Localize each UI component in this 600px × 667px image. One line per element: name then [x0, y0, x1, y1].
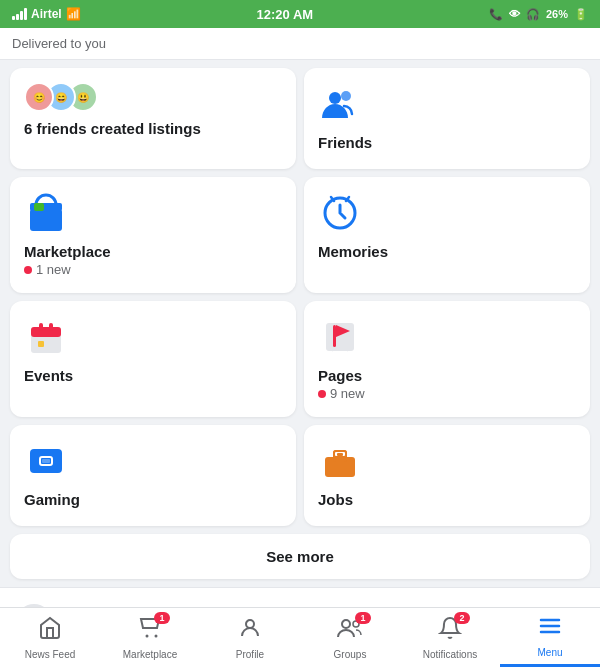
- nav-item-news-feed[interactable]: News Feed: [0, 608, 100, 667]
- grid-item-marketplace[interactable]: Marketplace 1 new: [10, 177, 296, 293]
- marketplace-badge-text: 1 new: [36, 262, 71, 277]
- svg-rect-10: [38, 341, 44, 347]
- friends-title: Friends: [318, 134, 576, 151]
- grid-item-pages[interactable]: Pages 9 new: [304, 301, 590, 417]
- events-icon: [24, 315, 68, 359]
- svg-rect-16: [42, 459, 50, 463]
- groups-nav-badge: 1: [355, 612, 371, 624]
- bottom-nav: News Feed 1 Marketplace Profile: [0, 607, 600, 667]
- svg-rect-9: [49, 323, 53, 331]
- delivered-text: Delivered to you: [12, 36, 106, 51]
- nav-item-marketplace[interactable]: 1 Marketplace: [100, 608, 200, 667]
- profile-nav-label: Profile: [236, 649, 264, 660]
- news-feed-icon: [38, 616, 62, 646]
- news-feed-label: News Feed: [25, 649, 76, 660]
- nav-item-profile[interactable]: Profile: [200, 608, 300, 667]
- svg-point-24: [146, 634, 149, 637]
- notifications-nav-label: Notifications: [423, 649, 477, 660]
- grid-item-memories[interactable]: Memories: [304, 177, 590, 293]
- marketplace-icon: [24, 191, 68, 235]
- friends-listings-title: 6 friends created listings: [24, 120, 282, 137]
- marketplace-badge-dot: [24, 266, 32, 274]
- avatar-1: 😊: [24, 82, 54, 112]
- eye-icon: 👁: [509, 8, 520, 20]
- memories-title: Memories: [318, 243, 576, 260]
- gaming-title: Gaming: [24, 491, 282, 508]
- svg-rect-4: [34, 203, 44, 211]
- svg-rect-20: [337, 453, 343, 456]
- grid-item-jobs[interactable]: Jobs: [304, 425, 590, 526]
- status-bar: Airtel 📶 12:20 AM 📞 👁 🎧 26% 🔋: [0, 0, 600, 28]
- see-more-button[interactable]: See more: [10, 534, 590, 579]
- help-support-item[interactable]: ? Help & Support ⌄: [0, 587, 600, 607]
- notifications-nav-icon: 2: [438, 616, 462, 646]
- call-icon: 📞: [489, 8, 503, 21]
- svg-point-0: [329, 92, 341, 104]
- nav-item-menu[interactable]: Menu: [500, 608, 600, 667]
- svg-rect-12: [333, 325, 336, 347]
- pages-badge: 9 new: [318, 386, 576, 401]
- menu-nav-label: Menu: [537, 647, 562, 658]
- groups-nav-icon: 1: [337, 616, 363, 646]
- svg-point-1: [341, 91, 351, 101]
- marketplace-nav-badge: 1: [154, 612, 170, 624]
- pages-icon: [318, 315, 362, 359]
- carrier-label: Airtel: [31, 7, 62, 21]
- wifi-icon: 📶: [66, 7, 81, 21]
- gaming-icon: [24, 439, 68, 483]
- svg-rect-2: [30, 209, 62, 231]
- svg-point-25: [155, 634, 158, 637]
- svg-point-26: [246, 620, 254, 628]
- grid-item-friends-listings[interactable]: 😊 😄 😃 6 friends created listings: [10, 68, 296, 169]
- pages-badge-dot: [318, 390, 326, 398]
- marketplace-nav-label: Marketplace: [123, 649, 177, 660]
- friends-icon: [318, 82, 362, 126]
- status-right-icons: 📞 👁 🎧 26% 🔋: [489, 8, 588, 21]
- memories-icon: [318, 191, 362, 235]
- delivered-banner: Delivered to you: [0, 28, 600, 60]
- events-title: Events: [24, 367, 282, 384]
- nav-item-groups[interactable]: 1 Groups: [300, 608, 400, 667]
- menu-nav-icon: [538, 614, 562, 644]
- svg-point-27: [342, 620, 350, 628]
- notifications-nav-badge: 2: [454, 612, 470, 624]
- pages-title: Pages: [318, 367, 576, 384]
- profile-nav-icon: [238, 616, 262, 646]
- main-content: Delivered to you 😊 😄 😃 6 friends created…: [0, 28, 600, 607]
- pages-badge-text: 9 new: [330, 386, 365, 401]
- status-carrier: Airtel 📶: [12, 7, 81, 21]
- marketplace-badge: 1 new: [24, 262, 282, 277]
- marketplace-title: Marketplace: [24, 243, 282, 260]
- nav-item-notifications[interactable]: 2 Notifications: [400, 608, 500, 667]
- headphone-icon: 🎧: [526, 8, 540, 21]
- marketplace-nav-icon: 1: [138, 616, 162, 646]
- battery-icon: 🔋: [574, 8, 588, 21]
- groups-nav-label: Groups: [334, 649, 367, 660]
- signal-icon: [12, 8, 27, 20]
- svg-rect-7: [31, 327, 61, 337]
- grid-item-friends[interactable]: Friends: [304, 68, 590, 169]
- status-time: 12:20 AM: [257, 7, 314, 22]
- jobs-icon: [318, 439, 362, 483]
- jobs-title: Jobs: [318, 491, 576, 508]
- svg-rect-8: [39, 323, 43, 331]
- menu-grid: 😊 😄 😃 6 friends created listings Frien: [10, 68, 590, 526]
- grid-item-events[interactable]: Events: [10, 301, 296, 417]
- grid-item-gaming[interactable]: Gaming: [10, 425, 296, 526]
- battery-label: 26%: [546, 8, 568, 20]
- friend-avatars: 😊 😄 😃: [24, 82, 282, 112]
- grid-section: 😊 😄 😃 6 friends created listings Frien: [0, 60, 600, 534]
